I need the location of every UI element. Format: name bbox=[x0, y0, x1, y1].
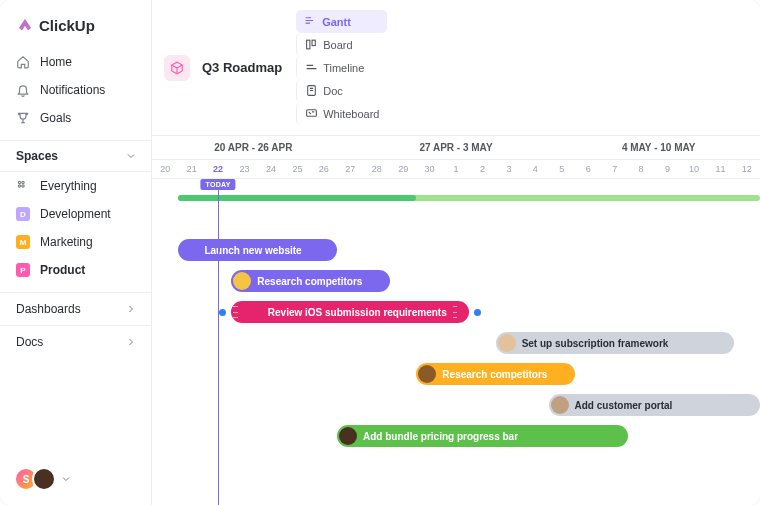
space-color-icon: P bbox=[16, 263, 30, 277]
svg-point-3 bbox=[22, 185, 24, 187]
task-bar[interactable]: Add customer portal bbox=[549, 394, 760, 416]
day-cell[interactable]: 3 bbox=[496, 160, 522, 178]
view-doc[interactable]: Doc bbox=[296, 79, 387, 102]
dependency-dot bbox=[474, 309, 481, 316]
nav-home[interactable]: Home bbox=[0, 48, 151, 76]
space-item-marketing[interactable]: MMarketing bbox=[0, 228, 151, 256]
view-whiteboard[interactable]: Whiteboard bbox=[296, 102, 387, 125]
day-cell[interactable]: 20 bbox=[152, 160, 178, 178]
day-cell[interactable]: 25 bbox=[284, 160, 310, 178]
nav-docs-label: Docs bbox=[16, 335, 43, 349]
assignee-avatar[interactable] bbox=[418, 365, 436, 383]
space-everything[interactable]: Everything bbox=[0, 172, 151, 200]
day-cell[interactable]: 30 bbox=[416, 160, 442, 178]
nav-goals-label: Goals bbox=[40, 111, 71, 125]
today-badge: TODAY bbox=[200, 179, 235, 190]
day-cell[interactable]: 12 bbox=[734, 160, 760, 178]
view-label: Board bbox=[323, 39, 352, 51]
trophy-icon bbox=[16, 111, 30, 125]
view-label: Gantt bbox=[322, 16, 351, 28]
day-cell[interactable]: 7 bbox=[601, 160, 627, 178]
task-label: Add customer portal bbox=[575, 400, 673, 411]
task-bar[interactable]: Research competitors bbox=[416, 363, 575, 385]
day-cell[interactable]: 2 bbox=[469, 160, 495, 178]
task-bar[interactable]: Review iOS submission requirements bbox=[231, 301, 469, 323]
svg-point-1 bbox=[22, 181, 24, 183]
task-bar[interactable]: Research competitors bbox=[231, 270, 390, 292]
svg-point-2 bbox=[18, 185, 20, 187]
task-label: Review iOS submission requirements bbox=[268, 307, 447, 318]
avatar[interactable] bbox=[32, 467, 56, 491]
view-gantt[interactable]: Gantt bbox=[296, 10, 387, 33]
day-cell[interactable]: 23 bbox=[231, 160, 257, 178]
chevron-right-icon bbox=[125, 336, 137, 348]
space-item-product[interactable]: PProduct bbox=[0, 256, 151, 284]
nav-notifications-label: Notifications bbox=[40, 83, 105, 97]
assignee-avatar[interactable] bbox=[551, 396, 569, 414]
dependency-dot bbox=[219, 309, 226, 316]
clickup-icon bbox=[16, 16, 34, 34]
grid-icon bbox=[16, 179, 30, 193]
assignee-avatar[interactable] bbox=[180, 241, 198, 259]
task-label: Set up subscription framework bbox=[522, 338, 669, 349]
assignee-avatar[interactable] bbox=[233, 272, 251, 290]
user-avatars[interactable]: S bbox=[14, 467, 72, 491]
day-cell[interactable]: 5 bbox=[549, 160, 575, 178]
spaces-header[interactable]: Spaces bbox=[0, 140, 151, 172]
task-label: Research competitors bbox=[257, 276, 362, 287]
view-timeline[interactable]: Timeline bbox=[296, 56, 387, 79]
task-label: Research competitors bbox=[442, 369, 547, 380]
day-cell[interactable]: 11 bbox=[707, 160, 733, 178]
drag-handle-icon[interactable] bbox=[453, 306, 457, 318]
day-cell[interactable]: 29 bbox=[390, 160, 416, 178]
whiteboard-icon bbox=[305, 107, 318, 120]
today-line bbox=[218, 179, 219, 505]
topbar: Q3 Roadmap GanttBoardTimelineDocWhiteboa… bbox=[152, 0, 760, 136]
home-icon bbox=[16, 55, 30, 69]
day-cell[interactable]: 9 bbox=[654, 160, 680, 178]
svg-point-0 bbox=[18, 181, 20, 183]
task-bar[interactable]: Set up subscription framework bbox=[496, 332, 734, 354]
week-headers: 20 APR - 26 APR27 APR - 3 MAY4 MAY - 10 … bbox=[152, 136, 760, 160]
chevron-down-icon bbox=[125, 150, 137, 162]
day-cell[interactable]: 21 bbox=[178, 160, 204, 178]
day-cell[interactable]: 10 bbox=[681, 160, 707, 178]
day-cell[interactable]: 6 bbox=[575, 160, 601, 178]
day-cell[interactable]: 1 bbox=[443, 160, 469, 178]
day-cell[interactable]: 28 bbox=[364, 160, 390, 178]
brand-logo[interactable]: ClickUp bbox=[0, 0, 151, 48]
drag-handle-icon[interactable] bbox=[233, 306, 237, 318]
assignee-avatar[interactable] bbox=[246, 303, 262, 321]
chevron-down-icon bbox=[60, 473, 72, 485]
gantt-chart[interactable]: TODAYLaunch new websiteResearch competit… bbox=[152, 179, 760, 505]
svg-rect-5 bbox=[312, 40, 315, 45]
chevron-right-icon bbox=[125, 303, 137, 315]
week-header: 27 APR - 3 MAY bbox=[355, 136, 558, 159]
timeline-icon bbox=[305, 61, 318, 74]
nav-notifications[interactable]: Notifications bbox=[0, 76, 151, 104]
day-cell[interactable]: 22 bbox=[205, 160, 231, 178]
day-cell[interactable]: 26 bbox=[311, 160, 337, 178]
space-color-icon: M bbox=[16, 235, 30, 249]
nav-dashboards[interactable]: Dashboards bbox=[0, 292, 151, 325]
space-item-development[interactable]: DDevelopment bbox=[0, 200, 151, 228]
task-label: Add bundle pricing progress bar bbox=[363, 431, 518, 442]
day-cell[interactable]: 27 bbox=[337, 160, 363, 178]
day-cell[interactable]: 8 bbox=[628, 160, 654, 178]
day-cell[interactable]: 24 bbox=[258, 160, 284, 178]
project-icon[interactable] bbox=[164, 55, 190, 81]
space-everything-label: Everything bbox=[40, 179, 97, 193]
task-bar[interactable]: Launch new website bbox=[178, 239, 337, 261]
project-title: Q3 Roadmap bbox=[202, 60, 282, 75]
view-board[interactable]: Board bbox=[296, 33, 387, 56]
view-label: Whiteboard bbox=[323, 108, 379, 120]
assignee-avatar[interactable] bbox=[498, 334, 516, 352]
day-cell[interactable]: 4 bbox=[522, 160, 548, 178]
assignee-avatar[interactable] bbox=[339, 427, 357, 445]
space-label: Product bbox=[40, 263, 85, 277]
task-bar[interactable]: Add bundle pricing progress bar bbox=[337, 425, 628, 447]
bell-icon bbox=[16, 83, 30, 97]
nav-docs[interactable]: Docs bbox=[0, 325, 151, 358]
nav-goals[interactable]: Goals bbox=[0, 104, 151, 132]
svg-rect-4 bbox=[307, 40, 310, 49]
